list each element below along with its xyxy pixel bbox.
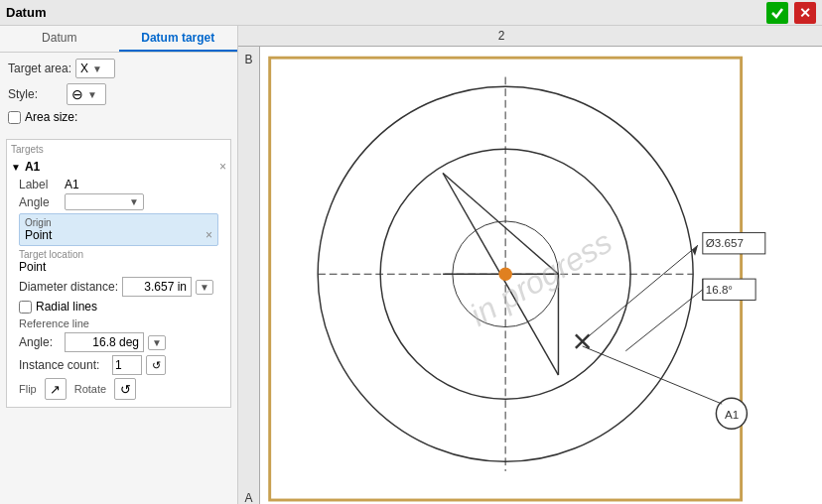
target-id: A1 xyxy=(25,160,40,174)
targets-group: Targets ▼ A1 × Label A1 Angle ▼ xyxy=(6,139,231,408)
col-left xyxy=(238,26,260,46)
label-field-row: Label A1 xyxy=(19,178,226,191)
cancel-button[interactable]: ✕ xyxy=(794,2,816,24)
style-value: ⊖ xyxy=(71,86,83,102)
target-area-row: Target area: X ▼ xyxy=(8,59,229,78)
targets-group-label: Targets xyxy=(11,144,226,155)
rotate-button[interactable]: ↺ xyxy=(114,378,136,400)
row-a-label: A xyxy=(240,489,257,504)
angle-dropdown-arrow-icon: ▼ xyxy=(129,196,139,207)
target-item-a1-header: ▼ A1 × xyxy=(11,158,226,176)
angle-field-row: Angle ▼ xyxy=(19,193,226,210)
row-labels: B A xyxy=(238,47,260,504)
origin-label: Origin xyxy=(25,217,212,228)
radial-lines-label: Radial lines xyxy=(36,300,97,314)
flip-button[interactable]: ↗ xyxy=(45,378,67,400)
radial-lines-row: Radial lines xyxy=(19,300,218,314)
instance-count-input[interactable] xyxy=(112,355,142,375)
ok-button[interactable] xyxy=(766,2,788,24)
angle-dropdown[interactable]: ▼ xyxy=(148,335,166,350)
instance-count-label: Instance count: xyxy=(19,358,108,372)
svg-text:A1: A1 xyxy=(725,408,739,421)
col-2: 2 xyxy=(260,26,743,46)
style-arrow-icon: ▼ xyxy=(87,89,97,100)
instance-refresh-button[interactable]: ↺ xyxy=(146,355,166,375)
radial-lines-checkbox[interactable] xyxy=(19,301,32,314)
column-headers: 2 xyxy=(238,26,822,47)
chevron-icon: ▼ xyxy=(11,162,21,173)
instance-count-row: Instance count: ↺ xyxy=(19,355,218,375)
style-dropdown[interactable]: ⊖ ▼ xyxy=(67,83,106,105)
target-location-value: Point xyxy=(19,260,218,274)
area-size-checkbox[interactable] xyxy=(8,111,21,124)
origin-value: Point xyxy=(25,228,52,242)
target-area-arrow-icon: ▼ xyxy=(92,63,102,74)
target-area-section: Target area: X ▼ Style: ⊖ ▼ Area size: xyxy=(0,53,237,135)
angle-label: Angle: xyxy=(19,335,61,349)
origin-value-row: Point × xyxy=(25,228,212,242)
angle-field-dropdown[interactable]: ▼ xyxy=(65,193,144,210)
style-row: Style: ⊖ ▼ xyxy=(8,83,229,105)
label-field-label: Label xyxy=(19,178,61,191)
area-size-label: Area size: xyxy=(25,110,77,124)
tabs: Datum Datum target xyxy=(0,26,237,53)
svg-text:Ø3.657: Ø3.657 xyxy=(706,236,744,249)
left-panel: Datum Datum target Target area: X ▼ Styl… xyxy=(0,26,238,504)
target-item-label: ▼ A1 xyxy=(11,160,40,174)
angle-field-label: Angle xyxy=(19,195,61,209)
tab-datum-target[interactable]: Datum target xyxy=(119,26,238,52)
diameter-dropdown-arrow-icon: ▼ xyxy=(200,282,209,293)
target-location: Target location Point xyxy=(19,249,218,274)
svg-text:16.8°: 16.8° xyxy=(706,283,733,296)
col-right xyxy=(743,26,822,46)
diameter-dropdown[interactable]: ▼ xyxy=(196,280,213,295)
diameter-label: Diameter distance: xyxy=(19,280,118,294)
area-size-row: Area size: xyxy=(8,110,229,124)
label-field-value: A1 xyxy=(65,178,79,191)
reference-line-divider: Reference line xyxy=(19,317,218,329)
canvas-area: in progress xyxy=(260,47,822,504)
drawing-svg: Ø3.657 16.8° A1 xyxy=(260,47,822,504)
tab-datum[interactable]: Datum xyxy=(0,26,119,52)
angle-input[interactable] xyxy=(65,332,144,352)
right-area: 2 B A in progress xyxy=(238,26,822,504)
rotate-label: Rotate xyxy=(74,383,106,395)
target-area-label: Target area: xyxy=(8,62,71,75)
diameter-input[interactable] xyxy=(122,277,192,297)
target-close-icon[interactable]: × xyxy=(219,160,226,174)
flip-label: Flip xyxy=(19,383,37,395)
svg-point-10 xyxy=(498,267,512,281)
angle-dropdown-arrow-icon: ▼ xyxy=(152,337,162,348)
title-bar: Datum ✕ xyxy=(0,0,822,26)
target-location-label: Target location xyxy=(19,249,218,260)
target-area-value: X xyxy=(80,62,88,75)
angle-row: Angle: ▼ xyxy=(19,332,218,352)
origin-box: Origin Point × xyxy=(19,213,218,246)
drawing-area: B A in progress xyxy=(238,47,822,504)
main-content: Datum Datum target Target area: X ▼ Styl… xyxy=(0,26,822,504)
diameter-row: Diameter distance: ▼ xyxy=(19,277,218,297)
target-area-dropdown[interactable]: X ▼ xyxy=(75,59,115,78)
flip-rotate-row: Flip ↗ Rotate ↺ xyxy=(19,378,218,400)
row-b-label: B xyxy=(240,51,257,68)
origin-clear-icon[interactable]: × xyxy=(206,228,212,242)
style-label: Style: xyxy=(8,87,63,101)
dialog-title: Datum xyxy=(6,5,760,20)
